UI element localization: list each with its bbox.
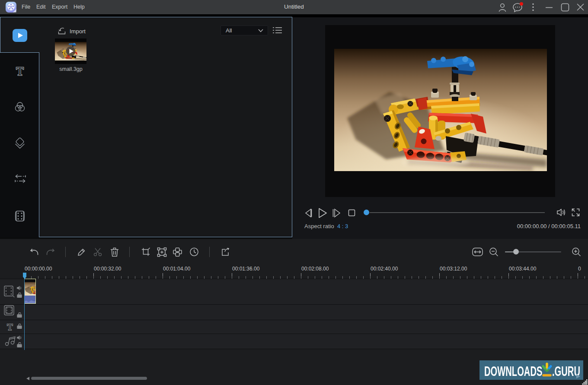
svg-text:T: T	[7, 322, 13, 332]
svg-text:T: T	[16, 64, 23, 78]
